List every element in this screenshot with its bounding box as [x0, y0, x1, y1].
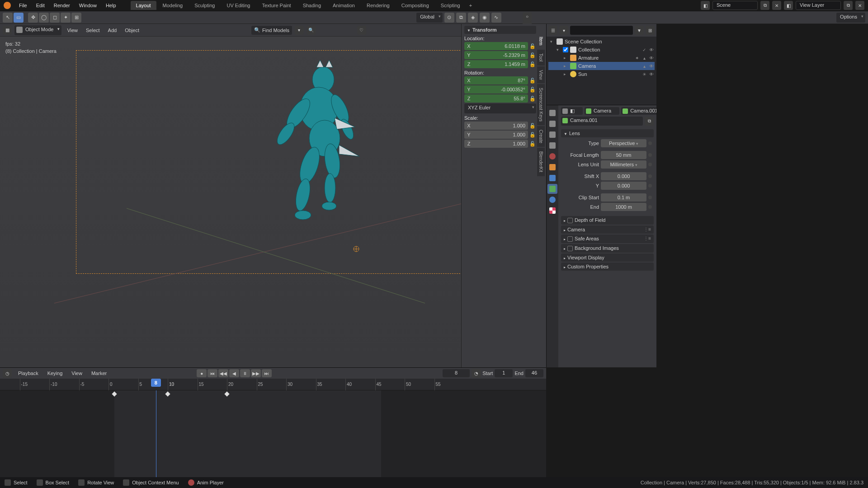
ptab-render[interactable]	[547, 108, 557, 118]
sun-data-icon[interactable]: ☀	[641, 72, 647, 77]
play-reverse-icon[interactable]: ◀	[229, 369, 239, 377]
camera-section-header[interactable]: Camera⋮≡	[561, 225, 654, 234]
current-frame-field[interactable]: 8	[443, 369, 470, 377]
ptab-world[interactable]	[547, 151, 557, 161]
options-dropdown[interactable]: Options	[836, 13, 865, 23]
loc-y-lock-icon[interactable]: 🔓	[529, 52, 536, 59]
clip-start-field[interactable]: 0.1 m	[601, 193, 646, 202]
find-models-search[interactable]: 🔍 Find Models	[251, 26, 292, 35]
timeline-ruler[interactable]: -15-10-50510152025303540455055810	[0, 379, 546, 390]
rotation-mode-dropdown[interactable]: XYZ Euler	[464, 103, 536, 113]
loc-x-lock-icon[interactable]: 🔓	[529, 42, 536, 50]
next-key-icon[interactable]: ▶▶	[251, 369, 261, 377]
dof-section-header[interactable]: Depth of Field	[561, 216, 654, 225]
gizmo-move-icon[interactable]: ✥	[28, 13, 38, 23]
clipend-anim-dot[interactable]	[648, 205, 652, 209]
timeline-view-menu[interactable]: View	[69, 369, 85, 377]
ptab-texture[interactable]	[547, 206, 557, 216]
tab-layout[interactable]: Layout	[131, 1, 156, 10]
outliner-coll[interactable]: ▾Collection✓👁	[548, 46, 655, 54]
timeline-tracks[interactable]	[0, 390, 546, 488]
scale-y-lock-icon[interactable]: 🔓	[529, 131, 536, 138]
shift-x-field[interactable]: 0.000	[601, 172, 646, 180]
ntab-tool[interactable]: Tool	[537, 50, 545, 65]
rot-y-lock-icon[interactable]: 🔓	[529, 86, 536, 93]
menu-file[interactable]: File	[15, 1, 31, 10]
arm-data-icon[interactable]: ▴	[641, 56, 647, 61]
sun-hide-icon[interactable]: 👁	[648, 72, 655, 77]
bgimages-section-header[interactable]: Background Images	[561, 244, 654, 253]
snap-toggle-icon[interactable]: ⧉	[456, 13, 466, 23]
overlay-heart-icon[interactable]: ♡	[357, 26, 366, 35]
character-mesh[interactable]	[271, 59, 362, 231]
viewlayer-new-icon[interactable]: ⧉	[844, 1, 853, 10]
menu-render[interactable]: Render	[50, 1, 74, 10]
ptab-camera-data[interactable]	[547, 184, 557, 194]
ntab-blenderkit[interactable]: BlenderKit	[537, 148, 545, 176]
menu-help[interactable]: Help	[102, 1, 120, 10]
scale-x-field[interactable]: 1.000	[473, 122, 528, 130]
cursor-tool-icon[interactable]: ↖	[3, 13, 13, 23]
custom-props-section-header[interactable]: Custom Properties	[561, 263, 654, 271]
viewlayer-browse-icon[interactable]: ◧	[784, 1, 793, 10]
outliner-display-mode-icon[interactable]: ▾	[559, 26, 568, 35]
jump-end-icon[interactable]: ⏭	[262, 369, 272, 377]
shiftx-anim-dot[interactable]	[648, 174, 652, 178]
lensunit-anim-dot[interactable]	[648, 163, 652, 166]
pause-icon[interactable]: ⏸	[240, 369, 250, 377]
outliner-new-coll-icon[interactable]: ⊞	[646, 26, 655, 35]
end-frame-field[interactable]: 46	[525, 369, 543, 377]
tab-rendering[interactable]: Rendering	[361, 1, 395, 10]
arm-pose-icon[interactable]: ✦	[634, 56, 640, 61]
start-frame-field[interactable]: 1	[495, 369, 513, 377]
ntab-screencast[interactable]: Screencast Keys	[537, 84, 545, 125]
viewlayer-name-field[interactable]: View Layer	[796, 1, 841, 10]
camera-datablock-field[interactable]: Camera.001	[561, 117, 643, 126]
shift-y-field[interactable]: 0.000	[601, 182, 646, 190]
lens-section-header[interactable]: Lens	[561, 129, 654, 137]
rot-z-lock-icon[interactable]: 🔓	[529, 95, 536, 102]
ptab-output[interactable]	[547, 119, 557, 129]
outliner-editor-icon[interactable]: ☰	[548, 26, 557, 35]
find-models-go-icon[interactable]: 🔍	[307, 26, 316, 35]
view3d-menu-object[interactable]: Object	[122, 26, 142, 34]
preview-range-icon[interactable]: ◔	[472, 369, 481, 378]
outliner-filter-icon[interactable]: ▼	[635, 26, 644, 35]
scene-name-field[interactable]: Scene	[712, 1, 758, 10]
camera-datablock-new-icon[interactable]: ⧉	[645, 117, 654, 126]
scale-z-field[interactable]: 1.000	[473, 140, 528, 148]
timeline-marker-menu[interactable]: Marker	[89, 369, 109, 377]
outliner-sun[interactable]: ▸Sun☀👁	[548, 70, 655, 78]
outliner-camera[interactable]: ▸Camera▴👁	[548, 62, 655, 70]
ptab-object[interactable]	[547, 162, 557, 172]
find-models-dropdown-icon[interactable]: ▾	[295, 26, 304, 35]
view3d-menu-add[interactable]: Add	[105, 26, 120, 34]
cam-data-icon[interactable]: ▴	[641, 64, 647, 69]
prop-edit-icon[interactable]: ◉	[480, 13, 490, 23]
shifty-anim-dot[interactable]	[648, 184, 652, 188]
ntab-create[interactable]: Create	[537, 126, 545, 147]
prev-key-icon[interactable]: ◀◀	[218, 369, 228, 377]
focal-anim-dot[interactable]	[648, 153, 652, 157]
timeline-playback-menu[interactable]: Playback	[15, 369, 41, 377]
arm-hide-icon[interactable]: 👁	[648, 56, 655, 61]
breadcrumb-scene[interactable]: ◧	[561, 107, 583, 115]
outliner-armature[interactable]: ▸Armature✦▴👁	[548, 54, 655, 62]
ptab-constraints[interactable]	[547, 173, 557, 183]
dof-checkbox[interactable]	[567, 218, 573, 223]
timeline-keying-menu[interactable]: Keying	[45, 369, 66, 377]
rot-x-lock-icon[interactable]: 🔓	[529, 77, 536, 84]
camera-preset-icon[interactable]: ⋮≡	[644, 227, 651, 232]
rot-x-field[interactable]: 87°	[473, 76, 528, 84]
stop-icon[interactable]	[188, 479, 194, 486]
snap-mode-icon[interactable]: ◈	[468, 13, 478, 23]
safeareas-section-header[interactable]: Safe Areas⋮≡	[561, 235, 654, 243]
clipstart-anim-dot[interactable]	[648, 196, 652, 199]
timeline-body[interactable]: -15-10-50510152025303540455055810	[0, 379, 546, 488]
playhead-handle[interactable]: 8	[151, 379, 161, 387]
coll-hide-icon[interactable]: 👁	[648, 47, 655, 52]
ptab-viewlayer[interactable]	[547, 130, 557, 140]
transform-header[interactable]: Transform	[464, 26, 536, 34]
prop-falloff-icon[interactable]: ∿	[491, 13, 501, 23]
scene-delete-icon[interactable]: ✕	[772, 1, 781, 10]
